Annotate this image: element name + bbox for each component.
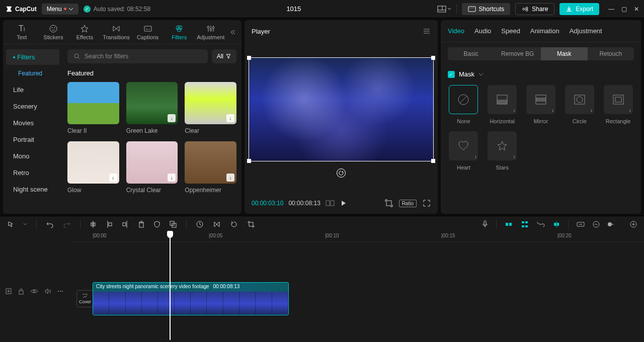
timeline[interactable]: |00:00 |00:05 |00:10 |00:15 |00:20 ⋯ Cov… [0, 232, 644, 342]
mute-icon[interactable] [44, 288, 51, 294]
zoom-plus-icon[interactable] [630, 221, 637, 228]
chevron-down-icon[interactable] [23, 223, 27, 225]
magnet-main-icon[interactable] [505, 221, 513, 227]
mic-icon[interactable] [482, 220, 488, 228]
filter-card[interactable]: ↓Clear [185, 82, 236, 134]
mask-shape-heart[interactable]: ↓Heart [448, 131, 479, 170]
category-portrait[interactable]: Portrait [6, 132, 59, 147]
eye-icon[interactable] [30, 288, 38, 294]
svg-rect-42 [94, 223, 95, 226]
category-life[interactable]: Life [6, 82, 59, 98]
layout-icon[interactable] [437, 3, 451, 15]
category-mono[interactable]: Mono [6, 148, 59, 164]
download-icon[interactable]: ↓ [168, 174, 176, 182]
mask-shape-rectangle[interactable]: ↓Rectangle [602, 85, 634, 124]
lock-icon[interactable] [18, 288, 24, 295]
mask-shape-none[interactable]: None [448, 85, 479, 124]
filter-card[interactable]: ↓Crystal Clear [126, 141, 178, 194]
tab-transitions[interactable]: Transitions [101, 24, 132, 40]
compare-icon[interactable] [326, 200, 335, 207]
tab-stickers[interactable]: Stickers [38, 24, 69, 40]
scale-icon[interactable] [385, 199, 393, 207]
shortcuts-button[interactable]: Shortcuts [462, 3, 511, 15]
maximize-icon[interactable]: ▢ [621, 6, 627, 13]
collapse-panel-icon[interactable] [226, 29, 238, 36]
tab-filters[interactable]: Filters [164, 24, 195, 40]
section-title: Featured [67, 69, 236, 77]
category-night-scene[interactable]: Night scene [6, 182, 59, 197]
trim-left-icon[interactable] [106, 220, 113, 228]
ratio-button[interactable]: Ratio [399, 200, 417, 207]
duplicate-icon[interactable] [169, 220, 177, 228]
category-featured[interactable]: Featured [6, 66, 59, 81]
play-button[interactable] [340, 200, 347, 207]
filter-card[interactable]: ↓Glow [67, 141, 119, 194]
mask-shape-circle[interactable]: ↓Circle [564, 85, 595, 124]
rotate-icon[interactable] [230, 220, 238, 228]
video-preview[interactable] [249, 57, 434, 161]
trim-right-icon[interactable] [122, 220, 129, 228]
rp-tab-animation[interactable]: Animation [530, 27, 559, 35]
video-clip[interactable]: City streets night panoramic scenery vid… [93, 282, 289, 315]
split-icon[interactable] [90, 220, 97, 228]
rotate-handle-icon[interactable] [337, 168, 346, 178]
mirror-icon[interactable] [213, 220, 221, 228]
zoom-slider[interactable] [608, 221, 614, 228]
menu-button[interactable]: Menu [42, 4, 78, 15]
download-icon[interactable]: ↓ [109, 174, 117, 182]
more-icon[interactable]: ⋯ [57, 288, 63, 295]
preview-snap-icon[interactable] [553, 221, 560, 228]
subtab-retouch[interactable]: Retouch [588, 47, 634, 60]
filter-all-button[interactable]: All [212, 49, 236, 63]
pointer-tool-icon[interactable] [7, 221, 14, 228]
redo-icon[interactable] [63, 221, 71, 228]
rp-tab-audio[interactable]: Audio [474, 27, 491, 35]
zoom-out-icon[interactable] [577, 221, 585, 228]
search-input[interactable]: Search for filters [67, 49, 208, 63]
delete-icon[interactable] [138, 220, 145, 228]
category-filters[interactable]: Filters [6, 49, 59, 65]
minimize-icon[interactable]: — [608, 6, 614, 13]
close-icon[interactable]: ✕ [634, 6, 639, 13]
category-movies[interactable]: Movies [6, 115, 59, 131]
player-menu-icon[interactable] [423, 28, 431, 34]
svg-rect-10 [144, 26, 151, 31]
crop-icon[interactable] [247, 220, 255, 228]
zoom-minus-icon[interactable] [593, 221, 600, 228]
download-icon[interactable]: ↓ [226, 174, 234, 182]
export-button[interactable]: Export [559, 3, 599, 15]
fullscreen-icon[interactable] [423, 199, 431, 207]
subtab-basic[interactable]: Basic [448, 47, 495, 60]
add-track-icon[interactable] [5, 288, 12, 295]
tab-text[interactable]: TI Text [6, 24, 38, 40]
reverse-icon[interactable] [196, 220, 204, 228]
link-icon[interactable] [537, 222, 545, 227]
filter-card[interactable]: ↓Oppenheimer [185, 141, 236, 194]
rp-tab-speed[interactable]: Speed [501, 27, 520, 35]
tab-captions[interactable]: Captions [132, 24, 164, 40]
filter-name: Clear [185, 127, 236, 134]
chevron-down-icon[interactable] [478, 73, 484, 76]
rp-tab-adjustment[interactable]: Adjustment [570, 27, 602, 35]
rp-tab-video[interactable]: Video [448, 27, 464, 35]
undo-icon[interactable] [46, 221, 54, 228]
category-retro[interactable]: Retro [6, 165, 59, 181]
timeline-ruler[interactable]: |00:00 |00:05 |00:10 |00:15 |00:20 [70, 232, 644, 242]
shield-icon[interactable] [154, 220, 160, 228]
download-icon[interactable]: ↓ [168, 114, 176, 122]
mask-shape-mirror[interactable]: ↓Mirror [525, 85, 557, 124]
subtab-remove-bg[interactable]: Remove BG [495, 47, 541, 60]
mask-checkbox[interactable]: ✓ [448, 71, 455, 78]
mask-shape-horizontal[interactable]: ↓Horizontal [487, 85, 518, 124]
mask-shape-stars[interactable]: ↓Stars [487, 131, 518, 170]
tab-adjustment[interactable]: Adjustment [195, 24, 226, 40]
subtab-mask[interactable]: Mask [541, 47, 588, 60]
filter-card[interactable]: ↓Green Lake [126, 82, 178, 134]
magnet-track-icon[interactable] [521, 221, 529, 228]
playhead[interactable] [170, 232, 171, 340]
share-button[interactable]: Share [515, 3, 554, 15]
category-scenery[interactable]: Scenery [6, 99, 59, 114]
filter-card[interactable]: Clear II [67, 82, 119, 134]
download-icon[interactable]: ↓ [226, 114, 234, 122]
tab-effects[interactable]: Effects [69, 24, 101, 40]
